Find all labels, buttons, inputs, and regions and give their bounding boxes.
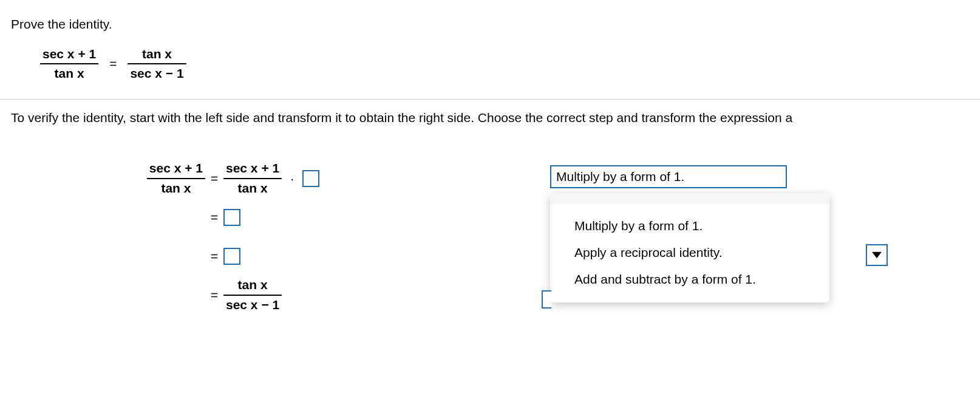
chevron-down-icon bbox=[872, 250, 882, 260]
step1-rhs-fraction: sec x + 1 tan x bbox=[223, 160, 282, 196]
step-row-3: = bbox=[132, 237, 319, 276]
svg-marker-0 bbox=[872, 251, 882, 258]
panel-header-spacer bbox=[550, 193, 829, 204]
step1-lhs-fraction: sec x + 1 tan x bbox=[147, 160, 205, 196]
dropdown-option-addsubtract[interactable]: Add and subtract by a form of 1. bbox=[550, 266, 829, 293]
step2-blank[interactable] bbox=[223, 209, 240, 226]
dropdown-option-reciprocal[interactable]: Apply a reciprocal identity. bbox=[550, 239, 829, 266]
step1-rhs-num: sec x + 1 bbox=[223, 160, 282, 177]
step-choice-dropdown: Multiply by a form of 1. Multiply by a f… bbox=[550, 165, 787, 188]
dropdown-selected-value[interactable]: Multiply by a form of 1. bbox=[550, 165, 787, 188]
step1-lhs-num: sec x + 1 bbox=[147, 160, 205, 177]
identity-left-numerator: sec x + 1 bbox=[40, 46, 98, 63]
dropdown-option-multiply[interactable]: Multiply by a form of 1. bbox=[550, 213, 829, 239]
step-row-2: = bbox=[132, 198, 319, 237]
step1-lhs-den: tan x bbox=[158, 179, 193, 196]
identity-right-denominator: sec x − 1 bbox=[128, 64, 186, 81]
separator-line bbox=[0, 99, 980, 100]
step-row-1: sec x + 1 tan x = sec x + 1 tan x · bbox=[132, 159, 319, 198]
proof-steps: sec x + 1 tan x = sec x + 1 tan x · = bbox=[132, 159, 319, 315]
identity-left-denominator: tan x bbox=[52, 64, 87, 81]
identity-left-fraction: sec x + 1 tan x bbox=[40, 46, 98, 82]
dropdown-options-panel: Multiply by a form of 1. Apply a recipro… bbox=[550, 193, 829, 302]
step1-rhs-den: tan x bbox=[236, 179, 270, 196]
step1-multiplier-blank[interactable] bbox=[302, 170, 319, 187]
final-rhs-fraction: tan x sec x − 1 bbox=[223, 277, 282, 313]
equals-sign: = bbox=[205, 210, 223, 225]
identity-right-fraction: tan x sec x − 1 bbox=[128, 46, 186, 82]
identity-equation: sec x + 1 tan x = tan x sec x − 1 bbox=[40, 46, 969, 82]
hidden-field-peek[interactable] bbox=[542, 290, 551, 309]
step-row-4: = tan x sec x − 1 bbox=[132, 276, 319, 315]
guidance-text: To verify the identity, start with the l… bbox=[11, 111, 969, 125]
final-rhs-num: tan x bbox=[236, 277, 270, 294]
identity-right-numerator: tan x bbox=[140, 46, 174, 63]
equals-sign: = bbox=[205, 288, 223, 302]
step3-blank[interactable] bbox=[223, 248, 240, 265]
equals-sign: = bbox=[205, 171, 223, 186]
equals-sign: = bbox=[106, 56, 120, 71]
problem-instruction: Prove the identity. bbox=[11, 17, 969, 32]
final-rhs-den: sec x − 1 bbox=[223, 296, 282, 313]
equals-sign: = bbox=[205, 249, 223, 264]
dropdown-toggle-button[interactable] bbox=[866, 244, 888, 266]
